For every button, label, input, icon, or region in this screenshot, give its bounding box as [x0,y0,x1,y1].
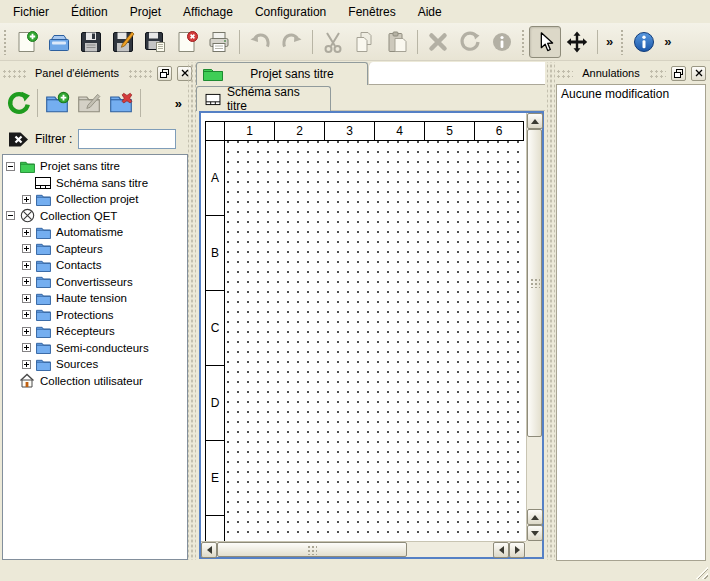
menu-fichier[interactable]: Fichier [2,2,60,22]
tree-item-sources[interactable]: Sources [3,356,187,373]
tree-item-automatisme[interactable]: Automatisme [3,224,187,241]
expand-expander-icon[interactable] [22,228,31,237]
expand-expander-icon[interactable] [22,261,31,270]
tree-item-schema[interactable]: Schéma sans titre [3,175,187,192]
panel-toolbar-overflow-button[interactable]: » [175,96,182,111]
delete-button[interactable] [422,26,454,58]
tree-item-collection-utilisateur[interactable]: Collection utilisateur [3,373,187,390]
undo-button[interactable] [244,26,276,58]
rotate-button[interactable] [454,26,486,58]
float-panel-button[interactable] [671,66,686,81]
hscroll-left-button-2[interactable] [493,542,509,558]
edit-category-button[interactable] [73,87,105,119]
tree-item-contacts[interactable]: Contacts [3,257,187,274]
element-info-button[interactable] [486,26,518,58]
menu-affichage[interactable]: Affichage [172,2,244,22]
hscroll-left-button[interactable] [201,542,217,558]
open-project-button[interactable] [43,26,75,58]
copy-button[interactable] [349,26,381,58]
menu-fenetres[interactable]: Fenêtres [337,2,406,22]
selection-mode-button[interactable] [529,26,561,58]
toolbar-overflow-button[interactable]: » [602,34,617,49]
tree-item-collection-projet[interactable]: Collection projet [3,191,187,208]
menu-projet[interactable]: Projet [119,2,172,22]
tree-item-haute-tension[interactable]: Haute tension [3,290,187,307]
tree-item-collection-qet[interactable]: Collection QET [3,208,187,225]
toolbar-drag-handle[interactable] [620,29,625,55]
undo-history-list[interactable]: Aucune modification [556,84,706,561]
folder-icon [35,225,51,240]
menu-configuration[interactable]: Configuration [244,2,337,22]
tree-item-protections[interactable]: Protections [3,307,187,324]
schema-view[interactable]: 1 2 3 4 5 6 A B C D E [199,111,544,559]
toolbar-separator [312,30,313,54]
left-splitter-handle[interactable] [188,62,196,560]
close-panel-button[interactable] [691,66,706,81]
new-category-button[interactable] [41,87,73,119]
hscroll-thumb[interactable] [217,542,407,557]
frame-column-header: 5 [424,121,475,141]
save-all-button[interactable] [139,26,171,58]
hscroll-right-button[interactable] [509,542,525,558]
undo-list-item[interactable]: Aucune modification [557,85,705,103]
tree-item-capteurs[interactable]: Capteurs [3,241,187,258]
horizontal-scrollbar[interactable] [201,541,526,557]
new-project-button[interactable] [11,26,43,58]
redo-button[interactable] [276,26,308,58]
tree-item-semi-conducteurs[interactable]: Semi-conducteurs [3,340,187,357]
toolbar-separator [239,30,240,54]
menu-aide[interactable]: Aide [407,2,453,22]
vscroll-down-button[interactable] [527,525,543,541]
vscroll-up-button-2[interactable] [527,509,543,525]
expand-expander-icon[interactable] [22,360,31,369]
expand-expander-icon[interactable] [22,195,31,204]
filter-input[interactable] [78,129,176,149]
info-blue-icon [632,30,656,54]
resize-grip[interactable] [695,566,708,579]
frame-column-header: 6 [474,121,524,141]
toolbar-overflow-button[interactable]: » [660,34,675,49]
schema-canvas[interactable]: 1 2 3 4 5 6 A B C D E [201,113,526,541]
save-as-button[interactable] [107,26,139,58]
vscroll-thumb[interactable] [527,129,542,437]
schema-icon [35,175,51,190]
vscroll-up-button[interactable] [527,113,543,129]
close-file-button[interactable] [171,26,203,58]
schema-tab[interactable]: Schéma sans titre [196,86,331,111]
clear-filter-icon[interactable] [8,131,29,148]
right-splitter-handle[interactable] [547,62,555,560]
about-button[interactable] [628,26,660,58]
tree-item-convertisseurs[interactable]: Convertisseurs [3,274,187,291]
tree-item-recepteurs[interactable]: Récepteurs [3,323,187,340]
expand-expander-icon[interactable] [22,244,31,253]
expand-expander-icon[interactable] [22,277,31,286]
frame-row-header: E [205,440,225,516]
menu-edition[interactable]: Édition [60,2,119,22]
float-panel-button[interactable] [157,66,172,81]
print-button[interactable] [203,26,235,58]
expand-expander-icon[interactable] [22,310,31,319]
toolbar-drag-handle[interactable] [521,29,526,55]
pan-mode-button[interactable] [561,26,593,58]
move-arrows-icon [565,30,589,54]
tree-item-project[interactable]: Projet sans titre [3,158,187,175]
expand-expander-icon[interactable] [22,343,31,352]
schema-icon [205,93,221,106]
project-tab[interactable]: Projet sans titre [196,62,368,85]
paste-button[interactable] [381,26,413,58]
restore-icon [674,69,683,78]
folder-icon [35,307,51,322]
expand-expander-icon[interactable] [22,294,31,303]
vertical-scrollbar[interactable] [526,113,542,541]
frame-row-header: B [205,215,225,291]
collapse-expander-icon[interactable] [6,162,15,171]
reload-collections-button[interactable] [2,87,34,119]
save-button[interactable] [75,26,107,58]
main-toolbar: » » [0,23,710,61]
delete-category-button[interactable] [105,87,137,119]
collapse-expander-icon[interactable] [6,211,15,220]
expand-expander-icon[interactable] [22,327,31,336]
cut-button[interactable] [317,26,349,58]
frame-row-header: C [205,290,225,366]
toolbar-drag-handle[interactable] [3,29,8,55]
